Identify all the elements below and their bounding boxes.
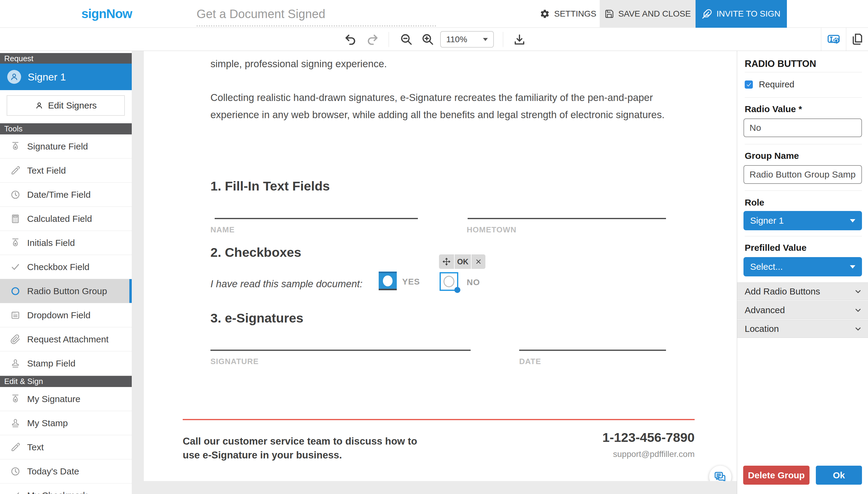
accordion-location[interactable]: Location	[737, 320, 868, 338]
sidebar-item-request-attachment[interactable]: Request Attachment	[0, 327, 132, 352]
signer-label: Signer 1	[28, 71, 66, 83]
tool-label: Text	[27, 442, 44, 452]
checkmark-icon	[10, 262, 20, 272]
delete-group-button[interactable]: Delete Group	[743, 466, 810, 484]
prefilled-value-dropdown[interactable]: Select...	[743, 257, 862, 277]
zoom-out-icon[interactable]	[400, 33, 413, 46]
clock-icon	[10, 190, 20, 200]
ok-button[interactable]: Ok	[816, 466, 862, 484]
toolbar-divider	[503, 32, 503, 47]
divider	[745, 72, 862, 72]
app-window: signNow Get a Document Signed SETTINGS S…	[0, 0, 868, 494]
close-icon	[475, 258, 482, 265]
edit-signers-button[interactable]: Edit Signers	[7, 95, 125, 116]
radio-value-label: Radio Value *	[745, 104, 802, 114]
sidebar-item-signature-field[interactable]: Signature Field	[0, 134, 132, 158]
sidebar-item-initials-field[interactable]: Initials Field	[0, 231, 132, 255]
group-name-label: Group Name	[745, 151, 799, 161]
pen-nib-icon	[10, 141, 20, 152]
save-and-close-label: SAVE AND CLOSE	[618, 9, 691, 19]
tool-label: Text Field	[27, 166, 66, 176]
document-title-underline	[196, 25, 436, 26]
avatar	[7, 70, 21, 84]
role-dropdown[interactable]: Signer 1	[743, 211, 862, 230]
radio-value-input[interactable]	[743, 118, 862, 137]
panel-title: RADIO BUTTON	[745, 58, 816, 69]
sidebar-item-my-stamp[interactable]: My Stamp	[0, 411, 132, 435]
resize-handle[interactable]	[454, 287, 460, 293]
sidebar-item-radio-button-group[interactable]: Radio Button Group	[0, 279, 132, 303]
redo-icon[interactable]	[366, 33, 379, 46]
date-field-line[interactable]	[519, 349, 666, 351]
required-checkbox-row[interactable]: Required	[745, 80, 794, 90]
sidebar-item-text[interactable]: Text	[0, 435, 132, 459]
sidebar-item-dropdown-field[interactable]: Dropdown Field	[0, 303, 132, 327]
group-name-input[interactable]	[743, 165, 862, 184]
sidebar-item-todays-date[interactable]: Today's Date	[0, 459, 132, 483]
field-settings-icon	[827, 32, 841, 46]
tool-label: Radio Button Group	[27, 286, 107, 296]
signature-field-label: SIGNATURE	[210, 357, 259, 366]
pen-nib-icon	[10, 238, 20, 248]
copy-pages-button[interactable]	[846, 28, 868, 51]
signature-field-line[interactable]	[210, 349, 471, 351]
sidebar-item-signer-1[interactable]: Signer 1	[0, 63, 132, 90]
move-handle-icon[interactable]	[439, 254, 454, 269]
save-icon	[604, 9, 614, 19]
request-section-header: Request	[0, 53, 132, 64]
accordion-label: Advanced	[745, 305, 785, 315]
edit-sign-list: My Signature My Stamp Text Today's Date …	[0, 387, 132, 494]
settings-label: SETTINGS	[554, 9, 596, 19]
accordion-label: Location	[745, 324, 779, 334]
tool-label: My Checkmark	[27, 490, 88, 494]
undo-icon[interactable]	[344, 33, 357, 46]
stamp-icon	[10, 358, 20, 368]
document-title-input[interactable]: Get a Document Signed	[196, 0, 325, 28]
section-2-heading: 2. Checkboxes	[210, 245, 301, 260]
sidebar-item-calculated-field[interactable]: Calculated Field	[0, 207, 132, 231]
role-value: Signer 1	[750, 215, 784, 226]
sidebar-item-my-signature[interactable]: My Signature	[0, 387, 132, 411]
required-checkbox[interactable]	[745, 80, 753, 89]
sidebar-item-my-checkmark[interactable]: My Checkmark	[0, 483, 132, 494]
person-icon	[10, 72, 19, 82]
tool-label: Signature Field	[27, 141, 88, 152]
calculator-icon	[10, 214, 20, 224]
gear-icon	[540, 9, 550, 19]
radio-option-yes[interactable]	[379, 271, 397, 290]
radio-yes-dot	[383, 276, 393, 286]
field-close-button[interactable]	[472, 254, 485, 269]
save-and-close-button[interactable]: SAVE AND CLOSE	[600, 0, 696, 28]
role-label: Role	[745, 197, 764, 208]
settings-button[interactable]: SETTINGS	[540, 0, 596, 28]
footer-phone: 1-123-456-7890	[506, 430, 695, 445]
yes-label: YES	[402, 277, 420, 287]
pencil-icon	[10, 442, 20, 452]
radio-option-no-selected-field[interactable]	[439, 272, 458, 291]
name-field-label: NAME	[210, 225, 235, 234]
footer-text-line1: Call our customer service team to discus…	[183, 434, 417, 448]
invite-to-sign-button[interactable]: INVITE TO SIGN	[696, 0, 787, 28]
accordion-advanced[interactable]: Advanced	[737, 301, 868, 319]
caret-down-icon	[483, 38, 488, 41]
hometown-field-line[interactable]	[468, 218, 666, 219]
date-field-label: DATE	[519, 357, 541, 366]
zoom-level-select[interactable]: 110%	[440, 31, 494, 48]
sidebar-item-stamp-field[interactable]: Stamp Field	[0, 352, 132, 376]
sidebar-item-text-field[interactable]: Text Field	[0, 158, 132, 183]
sidebar-item-checkbox-field[interactable]: Checkbox Field	[0, 255, 132, 279]
document-intro-line: simple, professional signing experience.	[210, 55, 387, 72]
sidebar-item-date-time-field[interactable]: Date/Time Field	[0, 183, 132, 207]
chat-support-button[interactable]	[709, 466, 732, 481]
accordion-add-radio-buttons[interactable]: Add Radio Buttons	[737, 282, 868, 301]
name-field-line[interactable]	[215, 218, 418, 219]
zoom-in-icon[interactable]	[421, 33, 434, 46]
tool-label: Request Attachment	[27, 334, 109, 344]
field-ok-button[interactable]: OK	[455, 254, 471, 269]
invite-to-sign-label: INVITE TO SIGN	[716, 9, 780, 19]
feather-icon	[702, 9, 712, 19]
document-paragraph: Collecting realistic hand-drawn signatur…	[210, 89, 672, 123]
field-settings-button[interactable]	[821, 28, 846, 51]
download-icon[interactable]	[513, 33, 526, 46]
caret-down-icon	[850, 219, 855, 223]
